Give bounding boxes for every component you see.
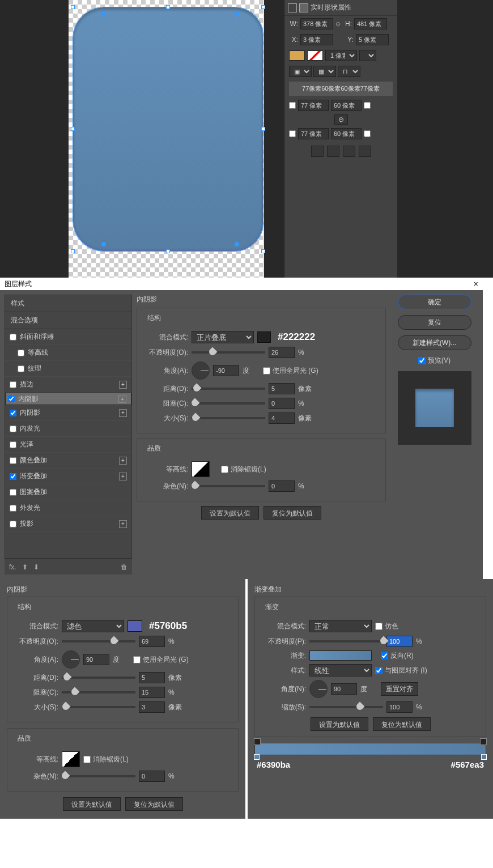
choke-input[interactable] (269, 398, 295, 409)
b1-noise-input[interactable] (139, 771, 165, 782)
handle-ml[interactable] (71, 127, 75, 131)
b2-blendmode-select[interactable]: 正常 (309, 620, 372, 632)
radius-br-input[interactable] (331, 128, 362, 139)
reset-button[interactable]: 复位 (398, 315, 471, 330)
pathop-subtract[interactable] (327, 146, 339, 157)
b1-color-swatch[interactable] (128, 620, 142, 632)
oglow-check[interactable] (10, 505, 16, 512)
align-dd-1[interactable]: ▣ (289, 66, 312, 77)
corner-br-check[interactable] (364, 130, 371, 137)
style-pattern-overlay[interactable]: 图案叠加 (5, 484, 131, 500)
add-ishadow-icon[interactable]: + (118, 395, 126, 403)
b1-aa-check[interactable]: 消除锯齿(L) (83, 755, 129, 764)
dialog-titlebar[interactable]: 图层样式 × (0, 278, 483, 290)
b1-blendmode-select[interactable]: 滤色 (62, 620, 124, 632)
corner-bl-check[interactable] (289, 130, 296, 137)
style-contour[interactable]: 等高线 (5, 345, 131, 361)
add-ishadow2-icon[interactable]: + (119, 409, 127, 417)
noise-slider[interactable] (192, 485, 265, 487)
handle-mr[interactable] (261, 127, 265, 131)
b2-angle-input[interactable] (331, 683, 357, 695)
pathop-intersect[interactable] (343, 146, 355, 157)
style-outer-glow[interactable]: 外发光 (5, 500, 131, 516)
size-input[interactable] (269, 412, 295, 424)
gradient-swatch[interactable] (309, 650, 372, 661)
dshadow-check[interactable] (10, 521, 16, 527)
down-icon[interactable]: ⬇ (33, 563, 39, 571)
b1-choke-input[interactable] (139, 687, 165, 698)
rounded-rect-shape[interactable] (73, 7, 263, 251)
blendmode-select[interactable]: 正片叠底 (192, 331, 254, 343)
trash-icon[interactable]: 🗑 (121, 563, 128, 571)
b1-size-input[interactable] (139, 701, 165, 713)
canvas[interactable] (1, 0, 284, 278)
reverse-check[interactable]: 反向(R) (381, 651, 414, 661)
bevel-check[interactable] (10, 334, 16, 341)
style-inner-glow[interactable]: 内发光 (5, 421, 131, 437)
blend-options[interactable]: 混合选项 (5, 312, 131, 329)
color-swatch[interactable] (257, 331, 271, 343)
link-wh-icon[interactable]: ⊖ (335, 20, 341, 28)
link-radii-icon[interactable]: ⊖ (334, 114, 348, 125)
b2-scale-slider[interactable] (309, 706, 383, 708)
distance-input[interactable] (269, 383, 295, 394)
b2-opacity-input[interactable] (386, 636, 413, 647)
stroke-width-select[interactable]: 1 像素 (325, 50, 357, 61)
angle-dial[interactable] (192, 361, 210, 380)
height-input[interactable] (354, 18, 387, 29)
b2-scale-input[interactable] (386, 701, 413, 713)
align-dd-2[interactable]: ▦ (313, 66, 336, 77)
style-texture[interactable]: 纹理 (5, 361, 131, 377)
radius-bl-input[interactable] (298, 128, 329, 139)
global-light-check[interactable]: 使用全局光 (G) (263, 366, 318, 376)
cov-check[interactable] (10, 457, 16, 464)
corner-handle-br[interactable] (235, 242, 239, 246)
up-icon[interactable]: ⬆ (22, 563, 28, 571)
ishadow2-check[interactable] (10, 410, 16, 416)
b1-distance-input[interactable] (139, 672, 165, 683)
texture-check[interactable] (18, 365, 24, 372)
corner-handle-tr[interactable] (235, 12, 239, 16)
b1-def-button[interactable]: 设置为默认值 (63, 797, 121, 811)
ishadow1-check[interactable] (8, 395, 15, 402)
b1-opacity-input[interactable] (139, 636, 165, 647)
opacity-slider[interactable] (192, 351, 265, 354)
b1-distance-slider[interactable] (62, 676, 135, 679)
add-cov-icon[interactable]: + (119, 457, 127, 465)
handle-tm[interactable] (166, 5, 170, 9)
b1-opacity-slider[interactable] (62, 640, 135, 643)
radius-tl-input[interactable] (298, 100, 329, 111)
align-dd-3[interactable]: ⊓ (338, 66, 360, 77)
satin-check[interactable] (10, 441, 16, 448)
handle-bl[interactable] (71, 249, 75, 253)
stroke-swatch[interactable] (307, 50, 323, 61)
contour-picker[interactable] (192, 461, 210, 477)
gov-check[interactable] (10, 473, 16, 480)
make-default-button[interactable]: 设置为默认值 (201, 506, 259, 520)
distance-slider[interactable] (192, 388, 265, 390)
ok-button[interactable]: 确定 (398, 295, 471, 309)
b1-angle-input[interactable] (83, 654, 109, 665)
radius-tr-input[interactable] (331, 100, 362, 111)
y-input[interactable] (356, 34, 389, 45)
width-input[interactable] (300, 18, 333, 29)
corner-tr-check[interactable] (364, 102, 371, 109)
corner-handle-tl[interactable] (101, 12, 106, 16)
style-inner-shadow-2[interactable]: 内阴影+ (5, 405, 131, 421)
b2-angle-dial[interactable] (309, 680, 328, 698)
choke-slider[interactable] (192, 402, 265, 405)
gradient-stop-right[interactable] (481, 754, 487, 760)
b2-opacity-slider[interactable] (309, 640, 383, 643)
b2-rdef-button[interactable]: 复位为默认值 (373, 717, 431, 731)
contour-check[interactable] (18, 350, 24, 356)
pathop-unite[interactable] (311, 146, 324, 157)
fill-swatch[interactable] (289, 50, 305, 61)
b1-contour-picker[interactable] (62, 751, 80, 767)
grad-style-select[interactable]: 线性 (309, 664, 372, 676)
b1-rdef-button[interactable]: 复位为默认值 (125, 797, 183, 811)
b1-choke-slider[interactable] (62, 691, 135, 693)
style-inner-shadow-1[interactable]: 内阴影+ (5, 393, 131, 405)
add-dshadow-icon[interactable]: + (119, 520, 127, 528)
opacity-input[interactable] (269, 347, 295, 358)
handle-bm[interactable] (166, 249, 170, 253)
